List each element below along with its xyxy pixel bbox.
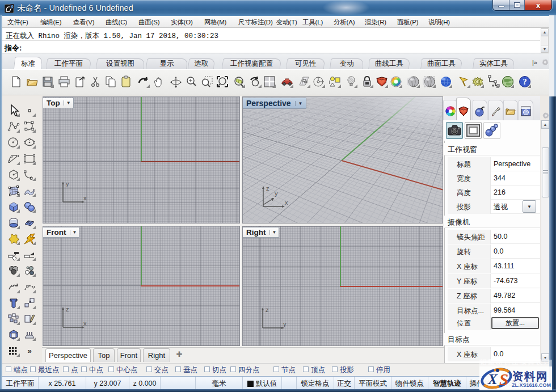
svg-text:y: y [66,180,69,187]
svg-text:资料网: 资料网 [512,370,548,382]
svg-text:y: y [275,190,278,197]
svg-text:»: » [27,347,31,355]
svg-text:6: 6 [11,4,13,9]
svg-text:y: y [283,321,287,327]
svg-text:z: z [66,306,69,313]
svg-text:?: ? [523,77,527,86]
svg-text:x: x [83,195,87,201]
svg-text:x: x [83,320,87,327]
svg-text:X: X [487,372,498,387]
svg-text:x: x [285,199,288,206]
svg-text:ZL.XS1616.COM: ZL.XS1616.COM [512,382,551,388]
svg-text:S: S [499,370,508,389]
svg-text:z: z [266,306,269,313]
